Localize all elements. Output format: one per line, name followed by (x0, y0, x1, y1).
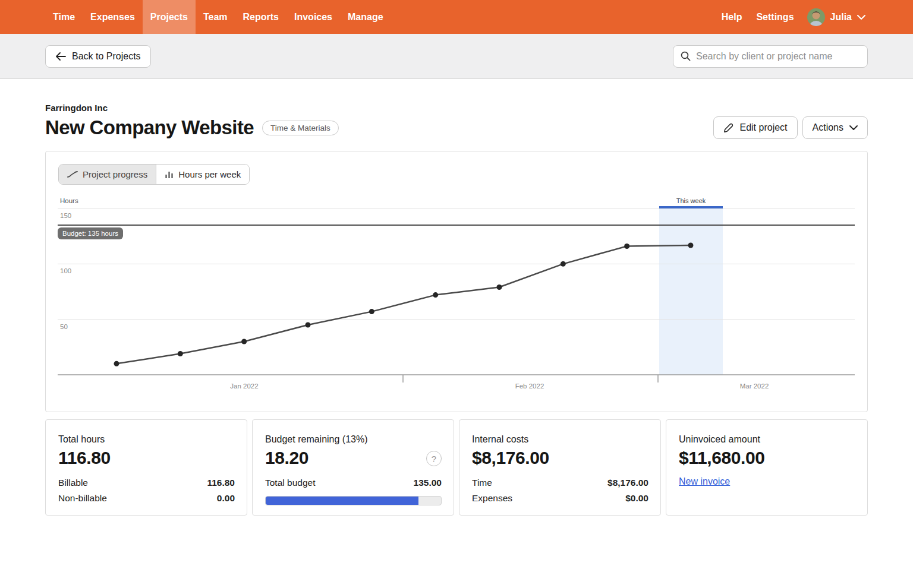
edit-project-label: Edit project (739, 122, 787, 133)
row-label: Total budget (265, 478, 315, 488)
row-label: Time (472, 478, 492, 488)
non-billable-row: Non-billable 0.00 (58, 491, 235, 506)
user-name: Julia (830, 12, 852, 23)
nav-manage[interactable]: Manage (340, 0, 391, 34)
this-week-label: This week (676, 197, 706, 204)
this-week-bar (659, 206, 723, 208)
nav-expenses[interactable]: Expenses (83, 0, 143, 34)
card-title: Budget remaining (13%) (265, 434, 442, 445)
main-content: Farringdon Inc New Company Website Time … (0, 103, 913, 516)
nav-settings[interactable]: Settings (749, 0, 801, 34)
avatar (807, 8, 825, 26)
back-to-projects-button[interactable]: Back to Projects (45, 45, 151, 68)
card-title: Uninvoiced amount (679, 434, 855, 445)
chart-line (117, 245, 691, 363)
actions-button[interactable]: Actions (802, 116, 868, 139)
page-title: New Company Website (45, 116, 254, 139)
chart-tabs: Project progress Hours per week (58, 164, 250, 185)
tab-hours-per-week[interactable]: Hours per week (156, 165, 249, 184)
time-cost-row: Time $8,176.00 (472, 475, 648, 491)
back-to-projects-label: Back to Projects (72, 51, 141, 62)
title-row: Farringdon Inc New Company Website Time … (45, 103, 868, 139)
stat-cards: Total hours 116.80 Billable 116.80 Non-b… (45, 419, 868, 516)
total-hours-card: Total hours 116.80 Billable 116.80 Non-b… (45, 419, 247, 516)
total-budget-row: Total budget 135.00 (265, 475, 442, 491)
arrow-left-icon (55, 52, 66, 61)
client-name: Farringdon Inc (45, 103, 339, 113)
top-nav: Time Expenses Projects Team Reports Invo… (0, 0, 913, 34)
bar-chart-icon (165, 170, 174, 179)
help-icon[interactable]: ? (426, 451, 442, 466)
project-progress-chart: 50100150HoursBudget: 135 hoursJan 2022Fe… (46, 195, 868, 394)
x-axis-label: Mar 2022 (740, 382, 769, 390)
nav-right: Help Settings Julia (714, 0, 868, 34)
project-type-badge: Time & Materials (262, 121, 339, 135)
internal-costs-value: $8,176.00 (472, 448, 648, 468)
uninvoiced-amount-value: $11,680.00 (679, 448, 855, 468)
user-menu[interactable]: Julia (801, 0, 868, 34)
row-value: 116.80 (207, 478, 235, 488)
chart-point (496, 284, 502, 290)
nav-time[interactable]: Time (45, 0, 83, 34)
search-input[interactable] (696, 51, 860, 62)
search-icon (681, 51, 691, 61)
main-nav: Time Expenses Projects Team Reports Invo… (45, 0, 391, 34)
budget-progress-bar (265, 496, 442, 505)
nav-invoices[interactable]: Invoices (287, 0, 340, 34)
toolbar: Back to Projects (0, 34, 913, 79)
chart-point (241, 339, 247, 344)
row-label: Expenses (472, 493, 512, 504)
row-value: $8,176.00 (607, 478, 648, 488)
chart-card: Project progress Hours per week 50100150… (45, 151, 868, 412)
nav-reports[interactable]: Reports (235, 0, 287, 34)
chart-point (178, 351, 183, 356)
chart-point (561, 261, 566, 267)
edit-project-button[interactable]: Edit project (713, 116, 797, 139)
nav-help[interactable]: Help (714, 0, 750, 34)
row-label: Billable (58, 478, 88, 488)
chart-point (305, 323, 310, 328)
nav-team[interactable]: Team (196, 0, 235, 34)
chevron-down-icon (849, 125, 858, 130)
x-axis-label: Feb 2022 (515, 382, 544, 390)
card-title: Internal costs (472, 434, 648, 445)
chart-point (369, 309, 374, 314)
budget-remaining-card: Budget remaining (13%) 18.20 ? Total bud… (252, 419, 454, 516)
chart-point (624, 244, 629, 249)
chart-point (114, 361, 119, 366)
new-invoice-link[interactable]: New invoice (679, 476, 730, 487)
nav-projects[interactable]: Projects (143, 0, 196, 34)
chart-point (688, 242, 693, 248)
total-hours-value: 116.80 (58, 448, 235, 468)
row-value: $0.00 (625, 493, 648, 504)
tab-project-progress-label: Project progress (83, 169, 147, 179)
actions-label: Actions (813, 122, 843, 133)
chevron-down-icon (857, 15, 865, 20)
y-tick-label: 100 (60, 267, 71, 274)
search-box (673, 45, 868, 68)
line-chart-icon (67, 170, 78, 178)
y-tick-label: 150 (60, 212, 71, 219)
expenses-cost-row: Expenses $0.00 (472, 491, 648, 506)
x-axis-label: Jan 2022 (230, 382, 258, 390)
budget-progress-fill (266, 497, 418, 505)
budget-label: Budget: 135 hours (62, 230, 118, 237)
card-title: Total hours (58, 434, 235, 445)
budget-remaining-value: 18.20 (265, 448, 442, 468)
title-actions: Edit project Actions (713, 116, 868, 139)
y-axis-label: Hours (60, 197, 78, 204)
y-tick-label: 50 (60, 323, 68, 330)
tab-project-progress[interactable]: Project progress (59, 165, 156, 184)
pencil-icon (723, 123, 733, 133)
chart-point (433, 292, 438, 298)
tab-hours-per-week-label: Hours per week (178, 169, 241, 179)
this-week-band (659, 208, 723, 375)
row-label: Non-billable (58, 493, 107, 504)
billable-row: Billable 116.80 (58, 475, 235, 491)
uninvoiced-amount-card: Uninvoiced amount $11,680.00 New invoice (666, 419, 868, 516)
internal-costs-card: Internal costs $8,176.00 Time $8,176.00 … (459, 419, 661, 516)
row-value: 135.00 (414, 478, 442, 488)
row-value: 0.00 (217, 493, 235, 504)
